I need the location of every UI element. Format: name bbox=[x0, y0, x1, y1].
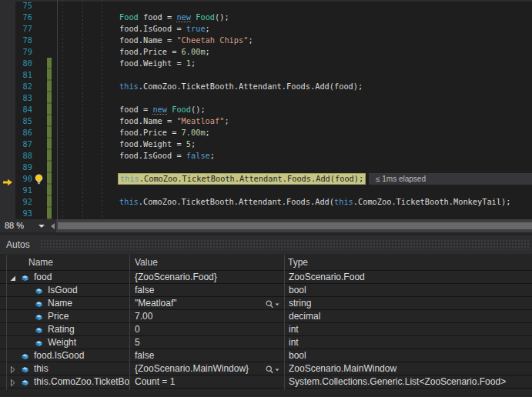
variable-name: Price bbox=[48, 310, 69, 322]
code-token: food.IsGood = bbox=[119, 151, 186, 160]
code-line[interactable]: this.ComoZoo.TicketBooth.Attendant.Foods… bbox=[119, 196, 510, 208]
expand-icon[interactable] bbox=[8, 378, 17, 386]
variable-name: Name bbox=[48, 297, 72, 309]
value-cell[interactable]: "Meatloaf" bbox=[130, 297, 284, 309]
column-header-value[interactable]: Value bbox=[135, 255, 158, 270]
variable-row[interactable]: food.IsGoodfalsebool bbox=[0, 349, 532, 362]
code-line[interactable]: food.Weight = 1; bbox=[119, 58, 196, 69]
current-statement-arrow-icon[interactable] bbox=[2, 175, 13, 189]
line-number: 87 bbox=[0, 138, 32, 150]
code-token: ; bbox=[248, 35, 253, 45]
column-divider-name-value[interactable] bbox=[129, 255, 130, 390]
code-line[interactable]: food.IsGood = true; bbox=[119, 23, 210, 35]
value-cell[interactable]: {ZooScenario.MainWindow} bbox=[130, 362, 284, 375]
chevron-down-icon[interactable] bbox=[38, 225, 45, 228]
type-cell: int bbox=[285, 336, 532, 349]
code-token: food.Name = bbox=[119, 116, 176, 125]
code-token: ; bbox=[206, 24, 210, 33]
code-token: ; bbox=[191, 58, 196, 68]
variable-rows: food{ZooScenario.Food}ZooScenario.FoodIs… bbox=[0, 271, 532, 389]
magnifier-icon[interactable] bbox=[266, 365, 280, 375]
line-number: 79 bbox=[0, 46, 32, 58]
value-cell[interactable]: 0 bbox=[130, 323, 284, 335]
name-cell: food bbox=[6, 271, 129, 283]
code-line[interactable]: food.Price = 7.00m; bbox=[119, 127, 210, 138]
dock-grip-dots bbox=[40, 239, 529, 250]
line-number: 75 bbox=[0, 0, 32, 12]
collapse-icon[interactable] bbox=[8, 273, 17, 282]
code-token: new bbox=[152, 105, 167, 115]
field-icon bbox=[21, 378, 29, 386]
line-number: 82 bbox=[0, 81, 32, 92]
variable-row[interactable]: IsGoodfalsebool bbox=[0, 284, 532, 297]
line-number: 77 bbox=[0, 23, 32, 35]
code-token: ; bbox=[191, 139, 196, 148]
variable-name: IsGood bbox=[48, 284, 78, 296]
variable-row[interactable]: Rating0int bbox=[0, 323, 532, 336]
autos-title: Autos bbox=[6, 235, 30, 254]
value-cell[interactable]: false bbox=[130, 284, 284, 296]
expand-icon[interactable] bbox=[8, 365, 17, 373]
variable-row[interactable]: Name"Meatloaf"string bbox=[0, 297, 532, 310]
autos-title-bar[interactable]: Autos bbox=[0, 235, 532, 254]
variable-row[interactable]: this.ComoZoo.TicketBoCount = 1System.Col… bbox=[0, 375, 532, 389]
value-cell[interactable]: Count = 1 bbox=[130, 375, 284, 388]
column-divider-value-type[interactable] bbox=[284, 255, 285, 390]
code-token: Food bbox=[119, 12, 139, 22]
perf-tip[interactable]: ≤ 1ms elapsed bbox=[369, 173, 532, 185]
name-cell: Weight bbox=[6, 336, 129, 349]
type-cell: string bbox=[285, 297, 532, 309]
code-line[interactable]: food.Name = "Meatloaf"; bbox=[119, 115, 229, 127]
variable-row[interactable]: food{ZooScenario.Food}ZooScenario.Food bbox=[0, 271, 532, 284]
code-line[interactable]: food.Weight = 5; bbox=[119, 138, 196, 150]
type-cell: System.Collections.Generic.List<ZooScena… bbox=[285, 375, 532, 388]
code-token: ; bbox=[206, 47, 210, 56]
current-statement-line[interactable]: this.ComoZoo.TicketBooth.Attendant.Foods… bbox=[118, 173, 366, 185]
variable-name: food bbox=[34, 271, 52, 283]
line-number: 78 bbox=[0, 35, 32, 46]
lightbulb-icon[interactable] bbox=[34, 174, 44, 188]
code-line[interactable]: Food food = new Food(); bbox=[119, 12, 229, 23]
line-number: 89 bbox=[0, 162, 32, 173]
code-line[interactable]: this.ComoZoo.TicketBooth.Attendant.Foods… bbox=[119, 81, 363, 92]
variable-name: Rating bbox=[48, 323, 75, 335]
horizontal-scrollbar[interactable] bbox=[56, 219, 532, 232]
magnifier-icon[interactable] bbox=[266, 299, 280, 309]
value-cell[interactable]: {ZooScenario.Food} bbox=[130, 271, 284, 283]
code-token: ; bbox=[210, 151, 215, 160]
editor-scroll-row: 88 % bbox=[0, 219, 532, 232]
type-cell: int bbox=[285, 323, 532, 335]
variable-row[interactable]: Weight5int bbox=[0, 336, 532, 349]
type-cell: ZooScenario.Food bbox=[285, 271, 532, 283]
code-line[interactable]: food.IsGood = false; bbox=[119, 150, 215, 162]
autos-grid: Name Value Type food{ZooScenario.Food}Zo… bbox=[0, 254, 532, 397]
field-icon bbox=[21, 352, 29, 360]
code-token: .ComoZoo.TicketBooth.Attendant.Foods.Add… bbox=[139, 174, 363, 183]
code-editor[interactable]: 75767778798081828384858687888990919293 F… bbox=[0, 0, 532, 219]
value-cell[interactable]: 5 bbox=[130, 336, 284, 349]
variable-row[interactable]: Price7.00decimal bbox=[0, 310, 532, 323]
scrollbar-thumb[interactable] bbox=[58, 222, 532, 229]
name-cell: food.IsGood bbox=[6, 349, 129, 362]
scroll-left-icon[interactable] bbox=[51, 223, 55, 229]
field-icon bbox=[35, 339, 43, 347]
line-number: 83 bbox=[0, 92, 32, 104]
name-cell: this.ComoZoo.TicketBo bbox=[6, 375, 129, 388]
code-line[interactable]: food.Name = "Cheetah Chips"; bbox=[119, 35, 253, 46]
code-line[interactable]: food.Price = 6.00m; bbox=[119, 46, 210, 58]
type-cell: ZooScenario.MainWindow bbox=[285, 362, 532, 375]
name-cell: Name bbox=[6, 297, 129, 309]
code-token: ; bbox=[224, 116, 229, 125]
value-cell[interactable]: false bbox=[130, 349, 284, 362]
type-cell: decimal bbox=[285, 310, 532, 322]
column-header-type[interactable]: Type bbox=[288, 255, 308, 270]
value-cell[interactable]: 7.00 bbox=[130, 310, 284, 322]
variable-row[interactable]: this{ZooScenario.MainWindow}ZooScenario.… bbox=[0, 362, 532, 375]
column-header-name[interactable]: Name bbox=[28, 255, 53, 270]
type-cell: bool bbox=[285, 349, 532, 362]
code-token: .ComoZoo.TicketBooth.Attendant.Foods.Add… bbox=[139, 197, 334, 206]
code-token: food = bbox=[139, 12, 177, 22]
code-token: this bbox=[119, 197, 139, 206]
code-line[interactable]: food = new Food(); bbox=[119, 104, 206, 115]
code-token: 6.00m bbox=[182, 47, 206, 56]
